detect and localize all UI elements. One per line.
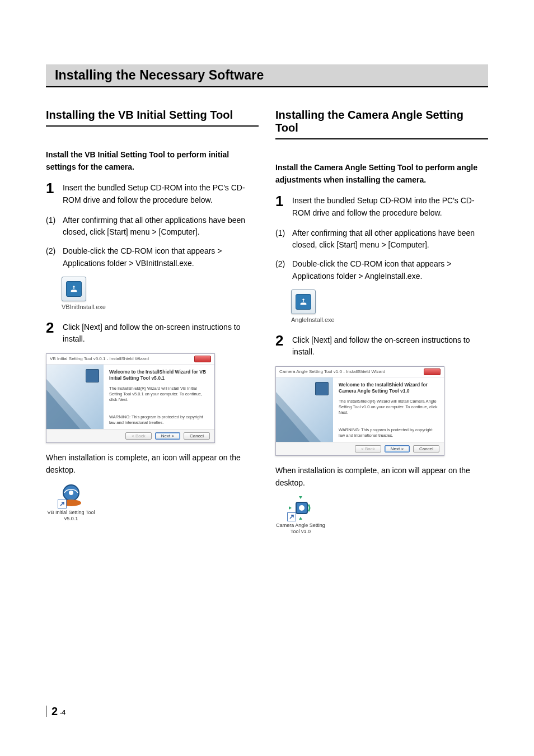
page-number: -4 [60, 710, 65, 717]
close-icon[interactable] [424, 368, 441, 375]
cancel-button[interactable]: Cancel [413, 445, 439, 452]
page-title: Installing the Necessary Software [46, 64, 488, 87]
step-number: 2 [275, 333, 287, 348]
svg-point-1 [69, 491, 73, 495]
wizard-body: The InstallShield(R) Wizard will install… [109, 386, 209, 403]
section-title-right: Installing the Camera Angle Setting Tool [275, 109, 488, 139]
substep-2-right: (2) Double-click the CD-ROM icon that ap… [275, 258, 488, 282]
post-install-note-left: When installation is complete, an icon w… [46, 452, 259, 476]
desktop-icon-label: VB Initial Setting Tool v5.0.1 [46, 510, 96, 522]
disc-arrow-icon [66, 281, 82, 297]
svg-point-4 [299, 505, 305, 511]
substep-text: Double-click the CD-ROM icon that appear… [292, 258, 488, 282]
lead-right: Install the Camera Angle Setting Tool to… [275, 162, 488, 186]
exe-icon-block-left: VBInitInstall.exe [62, 277, 259, 310]
step-2-left: 2 Click [Next] and follow the on-screen … [46, 320, 259, 346]
substep-label: (1) [275, 227, 289, 251]
back-button[interactable]: < Back [125, 432, 152, 440]
exe-label-left: VBInitInstall.exe [62, 304, 259, 310]
step-text: Click [Next] and follow the on-screen in… [63, 320, 259, 346]
substep-text: Double-click the CD-ROM icon that appear… [63, 245, 259, 269]
post-install-note-right: When installation is complete, an icon w… [275, 465, 488, 489]
wizard-sidebar-graphic [276, 377, 333, 442]
wizard-sidebar-graphic [46, 365, 104, 429]
substep-label: (1) [46, 214, 59, 239]
substep-text: After confirming that all other applicat… [63, 214, 259, 239]
exe-label-right: AngleInstall.exe [291, 316, 488, 323]
page: Installing the Necessary Software Instal… [0, 0, 534, 756]
step-text: Insert the bundled Setup CD-ROM into the… [63, 181, 259, 206]
chapter-number: 2 [51, 706, 58, 717]
substep-label: (2) [275, 258, 289, 282]
desktop-icon-label: Camera Angle Setting Tool v1.0 [275, 522, 326, 535]
columns: Installing the VB Initial Setting Tool I… [46, 109, 488, 535]
wizard-buttons: < Back Next > Cancel [276, 442, 444, 455]
exe-icon-block-right: AngleInstall.exe [291, 290, 488, 323]
next-button[interactable]: Next > [385, 445, 410, 452]
wizard-titlebar: Camera Angle Setting Tool v1.0 - Install… [276, 367, 444, 377]
back-button[interactable]: < Back [355, 445, 381, 452]
desktop-icon-left: VB Initial Setting Tool v5.0.1 [46, 482, 96, 522]
column-right: Installing the Camera Angle Setting Tool… [275, 109, 488, 535]
wizard-warning: WARNING: This program is protected by co… [109, 414, 209, 426]
step-number: 2 [46, 320, 57, 335]
desktop-icon-right: Camera Angle Setting Tool v1.0 [275, 494, 326, 535]
camera-angle-tool-icon [287, 494, 314, 521]
substep-2-left: (2) Double-click the CD-ROM icon that ap… [46, 245, 259, 269]
shortcut-arrow-icon [287, 512, 296, 521]
step-text: Insert the bundled Setup CD-ROM into the… [292, 194, 488, 219]
shortcut-arrow-icon [58, 500, 67, 508]
close-icon[interactable] [194, 356, 211, 362]
disc-arrow-icon [296, 294, 311, 310]
section-title-left: Installing the VB Initial Setting Tool [46, 109, 259, 127]
wizard-titlebar: VB Initial Setting Tool v5.0.1 - Install… [46, 354, 214, 365]
install-wizard-left: VB Initial Setting Tool v5.0.1 - Install… [46, 353, 215, 443]
substep-1-left: (1) After confirming that all other appl… [46, 214, 259, 239]
step-2-right: 2 Click [Next] and follow the on-screen … [275, 333, 488, 358]
vb-tool-icon [58, 482, 85, 508]
wizard-title: VB Initial Setting Tool v5.0.1 - Install… [50, 356, 149, 361]
step-text: Click [Next] and follow the on-screen in… [292, 333, 488, 358]
wizard-buttons: < Back Next > Cancel [46, 429, 214, 442]
substep-1-right: (1) After confirming that all other appl… [275, 227, 488, 251]
step-1-left: 1 Insert the bundled Setup CD-ROM into t… [46, 181, 259, 206]
package-icon [315, 382, 329, 395]
column-left: Installing the VB Initial Setting Tool I… [46, 109, 259, 535]
step-number: 1 [46, 181, 57, 195]
package-icon [86, 369, 99, 382]
next-button[interactable]: Next > [155, 432, 180, 440]
page-footer: 2 -4 [46, 706, 65, 717]
step-number: 1 [275, 194, 287, 208]
wizard-heading: Welcome to the InstallShield Wizard for … [109, 369, 209, 381]
wizard-heading: Welcome to the InstallShield Wizard for … [339, 382, 438, 394]
installer-exe-icon [62, 277, 86, 301]
wizard-body: The InstallShield(R) Wizard will install… [339, 399, 438, 416]
installer-exe-icon [291, 290, 316, 314]
wizard-title: Camera Angle Setting Tool v1.0 - Install… [279, 369, 385, 374]
cancel-button[interactable]: Cancel [184, 432, 210, 440]
wizard-warning: WARNING: This program is protected by co… [339, 427, 438, 438]
step-1-right: 1 Insert the bundled Setup CD-ROM into t… [275, 194, 488, 219]
install-wizard-right: Camera Angle Setting Tool v1.0 - Install… [275, 366, 444, 456]
substep-text: After confirming that all other applicat… [292, 227, 488, 251]
lead-left: Install the VB Initial Setting Tool to p… [46, 149, 259, 173]
substep-label: (2) [46, 245, 59, 269]
